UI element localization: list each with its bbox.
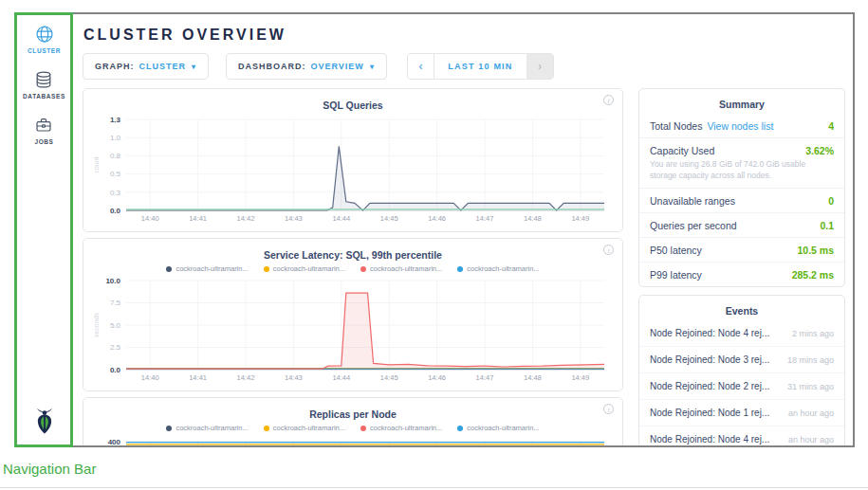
graph-dropdown[interactable]: GRAPH: CLUSTER ▾ [83,53,209,80]
info-icon[interactable]: i [603,404,614,414]
event-timestamp: 31 mins ago [780,382,834,391]
legend-label: cockroach-ultramarin... [175,264,248,273]
svg-text:14:41: 14:41 [189,373,207,382]
bottom-divider [0,487,868,488]
graph-dropdown-value: CLUSTER [139,62,187,71]
chart-legend: cockroach-ultramarin...cockroach-ultrama… [90,263,616,275]
svg-text:14:49: 14:49 [571,373,589,382]
events-panel: Events Node Rejoined: Node 4 rej...2 min… [638,295,845,445]
page-title: CLUSTER OVERVIEW [83,27,846,44]
dashboard-dropdown[interactable]: DASHBOARD: OVERVIEW ▾ [226,53,387,80]
chart-card-replicas-per-node: Replicas per Node i cockroach-ultramarin… [83,397,623,445]
time-range-selector: ‹ LAST 10 MIN › [407,53,554,80]
dashboard-dropdown-value: OVERVIEW [311,62,364,71]
svg-text:400: 400 [108,438,121,445]
svg-text:14:43: 14:43 [285,373,303,382]
event-timestamp: 18 mins ago [780,355,834,365]
sidebar-item-jobs[interactable]: JOBS [34,116,53,145]
summary-value: 0.1 [820,220,834,231]
caret-down-icon: ▾ [192,63,196,71]
toolbar: GRAPH: CLUSTER ▾ DASHBOARD: OVERVIEW ▾ ‹… [83,53,846,80]
event-row[interactable]: Node Rejoined: Node 1 rej...an hour ago [639,399,844,426]
legend-item[interactable]: cockroach-ultramarin... [457,264,539,273]
svg-text:10.0: 10.0 [105,277,120,285]
svg-text:5.0: 5.0 [110,321,121,330]
cockroach-icon [33,408,56,434]
caret-down-icon: ▾ [370,63,375,71]
svg-text:2.5: 2.5 [110,343,121,352]
summary-value: 10.5 ms [797,245,834,256]
event-timestamp: an hour ago [781,408,834,418]
summary-title: Summary [639,89,844,114]
replicas-per-node-chart: 40014:4014:4114:4214:4314:4414:4514:4614… [90,434,614,445]
event-row[interactable]: Node Rejoined: Node 3 rej...18 mins ago [639,346,844,372]
legend-dot-icon [166,266,172,272]
legend-dot-icon [264,426,269,431]
svg-text:14:48: 14:48 [524,214,542,223]
legend-item[interactable]: cockroach-ultramarin... [264,264,345,273]
svg-text:14:42: 14:42 [237,373,255,382]
svg-text:14:41: 14:41 [189,214,207,223]
svg-text:14:46: 14:46 [428,373,446,382]
svg-text:14:44: 14:44 [332,214,350,223]
summary-panel: Summary Total NodesView nodes list4Capac… [638,88,845,287]
event-timestamp: an hour ago [781,435,834,445]
summary-row: Capacity Used3.62%You are using 26.8 GiB… [639,137,844,188]
svg-text:14:42: 14:42 [237,214,255,223]
info-icon[interactable]: i [603,245,614,255]
svg-text:14:40: 14:40 [141,214,159,223]
sidebar-item-databases[interactable]: DATABASES [23,70,65,100]
svg-text:1.0: 1.0 [110,134,121,142]
event-text: Node Rejoined: Node 4 rej... [650,328,769,338]
legend-item[interactable]: cockroach-ultramarin... [166,264,248,273]
svg-text:14:47: 14:47 [476,214,494,223]
dashboard-dropdown-label: DASHBOARD: [238,62,306,71]
events-title: Events [639,296,844,320]
legend-dot-icon [360,266,366,272]
main-content: CLUSTER OVERVIEW GRAPH: CLUSTER ▾ DASHBO… [73,14,853,445]
legend-item[interactable]: cockroach-ultramarin... [457,424,539,432]
chart-title: SQL Queries [323,100,382,111]
event-row[interactable]: Node Rejoined: Node 4 rej...an hour ago [639,426,844,445]
event-row[interactable]: Node Rejoined: Node 4 rej...2 mins ago [639,320,844,346]
svg-text:14:45: 14:45 [380,373,398,382]
legend-item[interactable]: cockroach-ultramarin... [264,424,345,432]
sidebar-item-cluster[interactable]: CLUSTER [28,25,61,54]
annotation-label: Navigation Bar [3,461,96,477]
sql-queries-chart: 0.00.30.50.81.01.314:4014:4114:4214:4314… [90,114,614,226]
chart-title: Service Latency: SQL, 99th percentile [264,249,442,261]
summary-subtext: You are using 26.8 GiB of 742.0 GiB usab… [650,156,834,182]
sidebar-item-label: DATABASES [23,93,65,100]
svg-text:7.5: 7.5 [110,299,121,307]
info-icon[interactable]: i [603,95,614,105]
time-next-button[interactable]: › [526,54,553,79]
legend-item[interactable]: cockroach-ultramarin... [360,264,442,273]
legend-item[interactable]: cockroach-ultramarin... [360,424,442,432]
svg-text:1.3: 1.3 [110,116,121,124]
summary-label: P50 latency [650,245,702,256]
view-nodes-list-link[interactable]: View nodes list [707,120,773,132]
summary-value: 285.2 ms [792,269,834,281]
legend-label: cockroach-ultramarin... [467,264,539,273]
svg-text:seconds: seconds [93,312,100,337]
legend-label: cockroach-ultramarin... [370,424,442,432]
summary-value: 3.62% [805,145,834,156]
svg-text:14:44: 14:44 [332,373,350,382]
svg-text:14:43: 14:43 [285,214,303,223]
svg-text:0.8: 0.8 [110,152,121,160]
cockroachdb-logo[interactable] [33,408,56,438]
time-prev-button[interactable]: ‹ [408,54,434,79]
summary-label: Queries per second [650,220,737,231]
svg-text:14:48: 14:48 [524,373,542,382]
svg-text:14:49: 14:49 [571,214,589,223]
event-row[interactable]: Node Rejoined: Node 2 rej...31 mins ago [639,372,844,399]
event-timestamp: 2 mins ago [785,329,834,338]
summary-row: P99 latency285.2 ms [639,262,844,286]
svg-text:count: count [93,156,100,172]
summary-label: P99 latency [650,269,702,281]
time-range-label[interactable]: LAST 10 MIN [434,54,526,79]
chart-card-service-latency: Service Latency: SQL, 99th percentile i … [83,238,623,391]
svg-text:14:47: 14:47 [476,373,494,382]
legend-dot-icon [457,266,463,272]
legend-item[interactable]: cockroach-ultramarin... [166,424,248,432]
